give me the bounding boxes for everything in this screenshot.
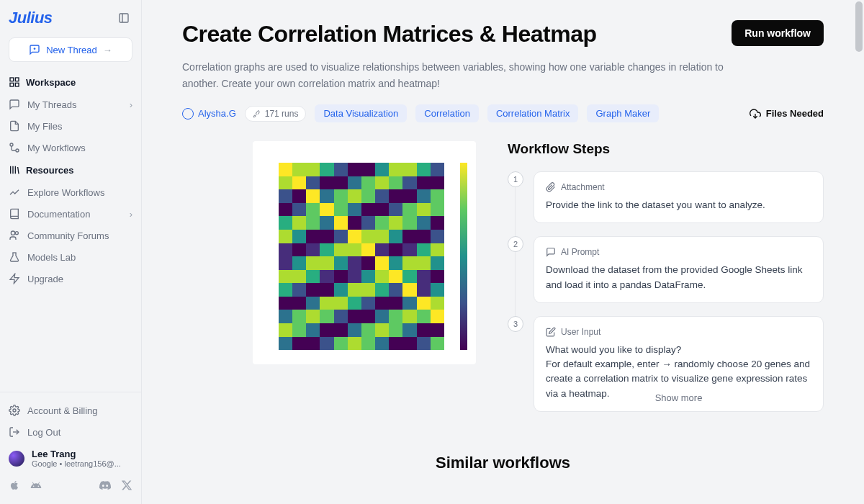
sidebar: Julius New Thread → Workspace My Threads… [0, 0, 142, 504]
grid-icon [9, 76, 20, 88]
author-chip[interactable]: Alysha.G [182, 108, 236, 120]
scrollbar-thumb[interactable] [855, 1, 863, 52]
sidebar-item-my-files[interactable]: My Files [0, 115, 141, 137]
nav-label: Log Out [27, 427, 60, 438]
sidebar-item-models-lab[interactable]: Models Lab [0, 246, 141, 268]
avatar [9, 451, 24, 467]
users-icon [9, 230, 20, 241]
svg-rect-4 [10, 78, 14, 81]
page-description: Correlation graphs are used to visualize… [182, 59, 744, 91]
trending-icon [9, 186, 20, 198]
nav-label: Explore Workflows [27, 187, 104, 198]
workspace-header: Workspace [0, 71, 141, 94]
tag-chip[interactable]: Correlation [415, 104, 479, 122]
sidebar-item-my-workflows[interactable]: My Workflows [0, 137, 141, 158]
svg-rect-7 [15, 83, 19, 86]
runs-label: 171 runs [265, 109, 299, 119]
logo[interactable]: Julius [9, 9, 53, 27]
files-needed-button[interactable]: Files Needed [750, 108, 824, 120]
workflow-steps-heading: Workflow Steps [508, 141, 824, 157]
step-type-label: Attachment [561, 182, 605, 192]
step-card[interactable]: AI Prompt Download the dataset from the … [534, 236, 824, 303]
sidebar-item-community-forums[interactable]: Community Forums [0, 225, 141, 246]
svg-rect-5 [15, 78, 19, 81]
logout-icon [9, 426, 20, 438]
step-number: 3 [508, 316, 523, 332]
author-name: Alysha.G [198, 108, 236, 119]
footer-icons [0, 474, 141, 497]
user-icon [182, 108, 194, 120]
edit-icon [546, 327, 556, 337]
resources-label: Resources [26, 165, 73, 176]
step-type: Attachment [546, 182, 811, 192]
show-more-button[interactable]: Show more [648, 390, 710, 405]
svg-point-9 [16, 149, 19, 152]
svg-rect-6 [10, 83, 14, 86]
svg-point-8 [10, 143, 13, 146]
sidebar-item-explore-workflows[interactable]: Explore Workflows [0, 181, 141, 203]
meta-row: Alysha.G 171 runs Data Visualization Cor… [182, 104, 824, 122]
runs-chip: 171 runs [245, 106, 307, 122]
svg-point-15 [15, 232, 18, 235]
workflow-step: 1 Attachment Provide the link to the dat… [508, 171, 824, 223]
sidebar-item-account-billing[interactable]: Account & Billing [0, 400, 141, 421]
collapse-sidebar-icon[interactable] [115, 9, 132, 27]
similar-workflows-heading: Similar workflows [182, 454, 824, 472]
step-card[interactable]: Attachment Provide the link to the datas… [534, 171, 824, 223]
run-workflow-button[interactable]: Run workflow [732, 20, 824, 46]
apple-icon[interactable] [9, 480, 20, 491]
workflow-step: 3 User Input What would you like to disp… [508, 316, 824, 412]
message-plus-icon [29, 44, 40, 55]
sidebar-item-documentation[interactable]: Documentation › [0, 203, 141, 225]
discord-icon[interactable] [99, 480, 111, 491]
colorbar [460, 163, 467, 350]
library-icon [9, 164, 20, 176]
svg-line-13 [18, 167, 19, 174]
tag-chip[interactable]: Graph Maker [587, 104, 659, 122]
step-text: Provide the link to the dataset you want… [546, 198, 811, 212]
message-icon [9, 99, 20, 110]
flask-icon [9, 251, 20, 263]
step-text: Download the dataset from the provided G… [546, 263, 811, 292]
download-cloud-icon [750, 108, 761, 120]
nav-label: My Threads [27, 99, 76, 110]
step-type: User Input [546, 327, 811, 337]
new-thread-button[interactable]: New Thread → [9, 37, 132, 62]
nav-label: Models Lab [27, 252, 76, 263]
sidebar-item-upgrade[interactable]: Upgrade [0, 268, 141, 289]
user-name: Lee Trang [32, 449, 121, 459]
tag-chip[interactable]: Correlation Matrix [487, 104, 579, 122]
sidebar-item-my-threads[interactable]: My Threads › [0, 94, 141, 115]
scrollbar[interactable] [854, 0, 864, 504]
workflow-preview-image [253, 141, 476, 364]
svg-point-18 [13, 409, 16, 412]
book-icon [9, 208, 20, 220]
step-number: 2 [508, 236, 523, 252]
nav-label: Upgrade [27, 274, 63, 284]
gear-icon [9, 405, 20, 416]
arrow-right-icon: → [103, 45, 112, 55]
step-number: 1 [508, 171, 523, 187]
step-type-label: User Input [561, 327, 600, 337]
workflow-step: 2 AI Prompt Download the dataset from th… [508, 236, 824, 303]
svg-marker-17 [10, 274, 19, 283]
user-block[interactable]: Lee Trang Google • leetrang156@... [0, 443, 141, 474]
sidebar-item-logout[interactable]: Log Out [0, 421, 141, 443]
nav-label: My Workflows [27, 143, 86, 153]
main-content: Create Correlation Matrices & Heatmap Ru… [142, 0, 864, 504]
attachment-icon [546, 182, 556, 192]
android-icon[interactable] [30, 480, 42, 491]
step-type-label: AI Prompt [561, 247, 599, 257]
resources-header: Resources [0, 158, 141, 181]
heatmap-chart [279, 163, 444, 350]
svg-point-14 [11, 231, 14, 235]
tag-chip[interactable]: Data Visualization [315, 104, 407, 122]
zap-icon [9, 273, 20, 284]
x-icon[interactable] [121, 480, 132, 491]
step-card[interactable]: User Input What would you like to displa… [534, 316, 824, 412]
message-icon [546, 247, 556, 257]
nav-label: Community Forums [27, 230, 109, 241]
workflow-icon [9, 142, 20, 153]
workspace-label: Workspace [26, 77, 76, 88]
rocket-icon [253, 109, 261, 118]
